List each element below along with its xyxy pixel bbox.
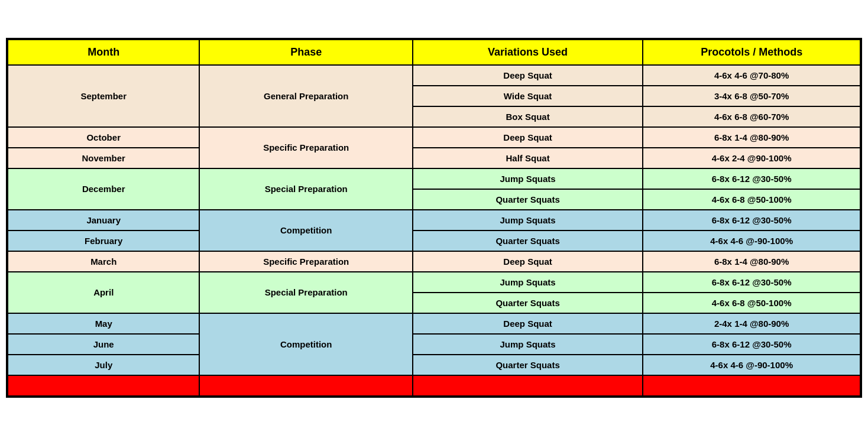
phase-cell: Competition <box>199 210 413 251</box>
protocol-cell: 2-4x 1-4 @80-90% <box>643 313 860 334</box>
variation-cell: Quarter Squats <box>413 355 643 375</box>
table-row: JuneJump Squats6-8x 6-12 @30-50% <box>8 334 860 355</box>
month-cell: December <box>8 168 199 210</box>
month-cell: November <box>8 148 199 168</box>
variation-cell: Jump Squats <box>413 272 643 293</box>
header-protocols: Procotols / Methods <box>643 40 860 65</box>
protocol-cell: 6-8x 6-12 @30-50% <box>643 210 860 231</box>
table-row: MayCompetitionDeep Squat2-4x 1-4 @80-90% <box>8 313 860 334</box>
phase-cell: Specific Preparation <box>199 127 413 168</box>
variation-cell: N/A <box>413 375 643 396</box>
variation-cell: Wide Squat <box>413 86 643 106</box>
variation-cell: Jump Squats <box>413 334 643 355</box>
month-cell: August <box>8 375 199 396</box>
table-row: AugustRestN/AN/A <box>8 375 860 396</box>
protocol-cell: 6-8x 1-4 @80-90% <box>643 127 860 148</box>
protocol-cell: 3-4x 6-8 @50-70% <box>643 86 860 106</box>
phase-cell: Special Preparation <box>199 168 413 210</box>
variation-cell: Deep Squat <box>413 251 643 272</box>
variation-cell: Quarter Squats <box>413 189 643 210</box>
variation-cell: Jump Squats <box>413 210 643 231</box>
protocol-cell: 4-6x 2-4 @90-100% <box>643 148 860 168</box>
phase-cell: Specific Preparation <box>199 251 413 272</box>
phase-cell: Competition <box>199 313 413 375</box>
header-phase: Phase <box>199 40 413 65</box>
protocol-cell: 6-8x 6-12 @30-50% <box>643 168 860 189</box>
protocol-cell: 4-6x 4-6 @-90-100% <box>643 231 860 251</box>
table-row: OctoberSpecific PreparationDeep Squat6-8… <box>8 127 860 148</box>
variation-cell: Jump Squats <box>413 168 643 189</box>
variation-cell: Quarter Squats <box>413 231 643 251</box>
protocol-cell: 6-8x 6-12 @30-50% <box>643 334 860 355</box>
table-row: FebruaryQuarter Squats4-6x 4-6 @-90-100% <box>8 231 860 251</box>
month-cell: July <box>8 355 199 375</box>
month-cell: January <box>8 210 199 231</box>
phase-cell: General Preparation <box>199 65 413 127</box>
table-row: JanuaryCompetitionJump Squats6-8x 6-12 @… <box>8 210 860 231</box>
training-table: Month Phase Variations Used Procotols / … <box>7 39 861 397</box>
protocol-cell: 4-6x 4-6 @-90-100% <box>643 355 860 375</box>
phase-cell: Rest <box>199 375 413 396</box>
protocol-cell: 4-6x 6-8 @50-100% <box>643 293 860 313</box>
variation-cell: Half Squat <box>413 148 643 168</box>
month-cell: April <box>8 272 199 313</box>
table-row: DecemberSpecial PreparationJump Squats6-… <box>8 168 860 189</box>
variation-cell: Box Squat <box>413 106 643 127</box>
table-row: NovemberHalf Squat4-6x 2-4 @90-100% <box>8 148 860 168</box>
protocol-cell: 4-6x 6-8 @50-100% <box>643 189 860 210</box>
protocol-cell: 4-6x 6-8 @60-70% <box>643 106 860 127</box>
table-row: AprilSpecial PreparationJump Squats6-8x … <box>8 272 860 293</box>
variation-cell: Deep Squat <box>413 127 643 148</box>
variation-cell: Quarter Squats <box>413 293 643 313</box>
month-cell: February <box>8 231 199 251</box>
table-row: JulyQuarter Squats4-6x 4-6 @-90-100% <box>8 355 860 375</box>
phase-cell: Special Preparation <box>199 272 413 313</box>
variation-cell: Deep Squat <box>413 65 643 86</box>
header-month: Month <box>8 40 199 65</box>
table-row: SeptemberGeneral PreparationDeep Squat4-… <box>8 65 860 86</box>
variation-cell: Deep Squat <box>413 313 643 334</box>
month-cell: October <box>8 127 199 148</box>
month-cell: March <box>8 251 199 272</box>
header-variations: Variations Used <box>413 40 643 65</box>
main-table-container: Month Phase Variations Used Procotols / … <box>6 38 862 398</box>
month-cell: May <box>8 313 199 334</box>
protocol-cell: N/A <box>643 375 860 396</box>
month-cell: June <box>8 334 199 355</box>
protocol-cell: 6-8x 6-12 @30-50% <box>643 272 860 293</box>
table-row: MarchSpecific PreparationDeep Squat6-8x … <box>8 251 860 272</box>
protocol-cell: 6-8x 1-4 @80-90% <box>643 251 860 272</box>
protocol-cell: 4-6x 4-6 @70-80% <box>643 65 860 86</box>
header-row: Month Phase Variations Used Procotols / … <box>8 40 860 65</box>
month-cell: September <box>8 65 199 127</box>
